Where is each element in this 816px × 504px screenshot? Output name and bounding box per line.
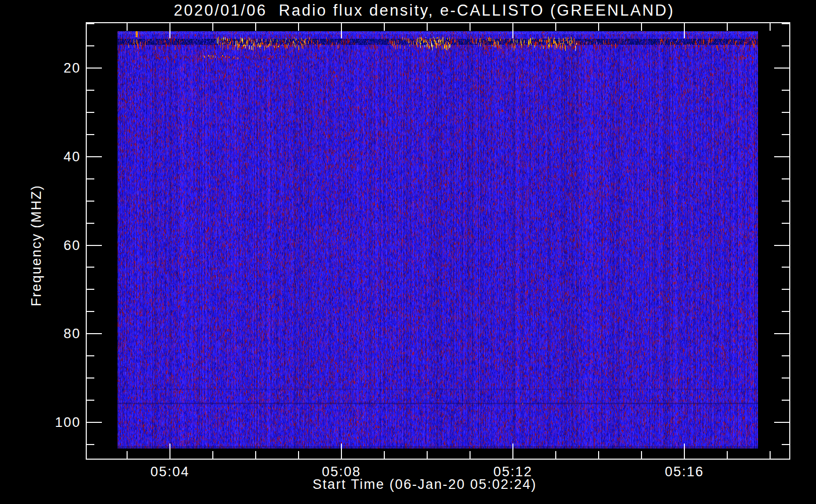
y-minor-tick [87,178,94,179]
y-major-tick-right [774,333,789,334]
y-minor-tick [87,45,94,46]
x-minor-tick [470,451,471,459]
x-tick-label: 05:16 [642,464,727,480]
y-minor-tick-right [782,311,789,312]
x-minor-tick [555,451,556,459]
x-minor-tick [255,451,256,459]
chart-title: 2020/01/06 Radio flux density, e-CALLIST… [86,2,763,20]
x-tick-label: 05:12 [470,464,556,480]
x-minor-tick-top [727,23,728,31]
y-minor-tick-right [782,134,789,135]
y-minor-tick-right [782,355,789,356]
y-minor-tick [87,355,94,356]
y-major-tick [87,245,102,246]
y-minor-tick-right [782,23,789,24]
x-minor-tick [384,451,385,459]
x-minor-tick-top [427,23,428,31]
x-minor-tick-top [127,23,128,31]
x-minor-tick-top [298,23,299,31]
y-minor-tick-right [782,45,789,46]
y-minor-tick-right [782,267,789,268]
x-major-tick-top [512,23,513,38]
y-minor-tick [87,377,94,379]
y-minor-tick-right [782,178,789,179]
x-minor-tick [298,451,299,459]
x-minor-tick-top [555,23,556,31]
x-minor-tick-top [598,23,599,31]
y-tick-label: 60 [0,238,81,253]
x-minor-tick-top [384,23,385,31]
x-minor-tick [727,451,728,459]
y-minor-tick [87,90,94,91]
x-minor-tick [127,451,128,459]
y-minor-tick-right [782,377,789,379]
x-minor-tick-top [470,23,471,31]
spectrogram-page: 2020/01/06 Radio flux density, e-CALLIST… [0,0,816,504]
y-minor-tick-right [782,112,789,113]
y-tick-label: 20 [0,60,81,76]
x-major-tick-top [684,23,685,38]
x-tick-label: 05:08 [299,464,384,480]
y-major-tick-right [774,422,789,423]
y-minor-tick [87,311,94,312]
y-minor-tick [87,400,94,401]
y-minor-tick-right [782,289,789,290]
y-minor-tick-right [782,444,789,445]
y-major-tick-right [774,156,789,157]
x-major-tick-top [169,23,170,38]
x-minor-tick-top [212,23,213,31]
y-minor-tick-right [782,223,789,224]
y-major-tick [87,156,102,157]
y-minor-tick [87,23,94,24]
y-minor-tick-right [782,201,789,202]
y-tick-label: 100 [0,415,81,430]
y-minor-tick [87,223,94,224]
y-major-tick-right [774,245,789,246]
y-major-tick [87,68,102,69]
x-major-tick [341,444,342,459]
y-tick-label: 40 [0,149,81,164]
y-minor-tick-right [782,400,789,401]
y-tick-label: 80 [0,326,81,341]
x-major-tick [684,444,685,459]
x-minor-tick-top [770,23,771,31]
x-minor-tick [427,451,428,459]
x-minor-tick [641,451,642,459]
y-major-tick [87,422,102,423]
x-tick-label: 05:04 [127,464,213,480]
spectrogram-image [118,31,758,449]
y-major-tick [87,333,102,334]
x-minor-tick-top [641,23,642,31]
x-major-tick [169,444,170,459]
y-minor-tick-right [782,90,789,91]
x-minor-tick [212,451,213,459]
y-minor-tick [87,112,94,113]
y-minor-tick [87,267,94,268]
x-major-tick-top [341,23,342,38]
y-minor-tick [87,201,94,202]
y-minor-tick [87,289,94,290]
y-minor-tick [87,444,94,445]
x-minor-tick [770,451,771,459]
x-minor-tick-top [255,23,256,31]
y-major-tick-right [774,68,789,69]
y-minor-tick [87,134,94,135]
x-major-tick [512,444,513,459]
x-minor-tick [598,451,599,459]
